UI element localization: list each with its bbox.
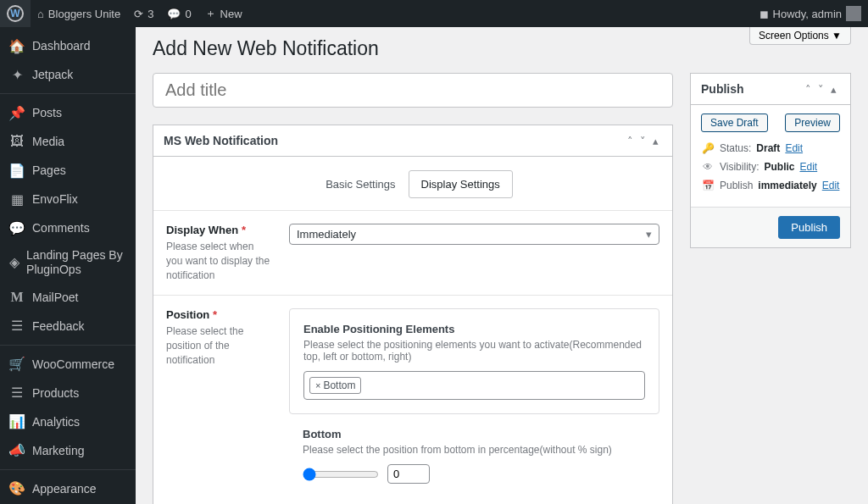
save-draft-button[interactable]: Save Draft (701, 114, 768, 132)
ms-web-notification-metabox: MS Web Notification ˄ ˅ ▴ Basic Settings… (153, 125, 673, 504)
sidebar-item-landing-pages[interactable]: ◈Landing Pages By PluginOps (0, 242, 136, 283)
home-icon: ⌂ (37, 8, 44, 20)
edit-schedule-link[interactable]: Edit (822, 180, 840, 191)
tab-display-settings[interactable]: Display Settings (409, 170, 513, 198)
screen-options-button[interactable]: Screen Options ▼ (749, 27, 851, 45)
avatar (846, 6, 861, 21)
admin-sidebar: 🏠Dashboard ✦Jetpack 📌Posts 🖼Media 📄Pages… (0, 27, 136, 504)
page-title: Add New Web Notification (153, 37, 851, 60)
settings-tabs: Basic Settings Display Settings (153, 170, 672, 198)
edit-status-link[interactable]: Edit (785, 142, 803, 154)
publish-up-icon[interactable]: ˄ (802, 83, 815, 96)
status-row: 🔑 Status: Draft Edit (701, 142, 840, 154)
media-icon: 🖼 (8, 133, 25, 150)
new-label: New (220, 8, 242, 20)
bottom-label: Bottom (303, 428, 646, 440)
sidebar-item-feedback[interactable]: ☰Feedback (0, 312, 136, 341)
post-title-input[interactable] (153, 73, 673, 108)
sidebar-item-envoflix[interactable]: ▦EnvoFlix (0, 185, 136, 213)
comments-link[interactable]: 💬 0 (160, 0, 198, 27)
tab-basic-settings[interactable]: Basic Settings (313, 170, 408, 198)
dashboard-icon: 🏠 (8, 37, 25, 54)
howdy-text: Howdy, admin (773, 8, 842, 20)
display-when-label: Display When (166, 224, 238, 236)
cart-icon: 🛒 (8, 356, 25, 373)
preview-button[interactable]: Preview (785, 114, 840, 132)
metabox-collapse-icon[interactable]: ▴ (649, 135, 662, 147)
updates-link[interactable]: ⟳ 3 (127, 0, 160, 27)
tag-remove-icon[interactable]: × (315, 380, 320, 390)
positioning-tag-bottom[interactable]: ×Bottom (309, 377, 361, 394)
screen-options-wrap: Screen Options ▼ (749, 27, 851, 45)
bottom-slider[interactable] (303, 468, 379, 481)
display-when-select[interactable]: Immediately (289, 224, 659, 245)
pin-icon: 📌 (8, 104, 25, 121)
site-name: Bloggers Unite (48, 8, 120, 20)
sidebar-item-comments[interactable]: 💬Comments (0, 213, 136, 242)
sidebar-item-dashboard[interactable]: 🏠Dashboard (0, 31, 136, 60)
plus-icon: ＋ (205, 6, 216, 21)
sidebar-item-marketing[interactable]: 📣Marketing (0, 436, 136, 465)
wp-logo-menu[interactable]: W (0, 0, 31, 27)
sidebar-item-pages[interactable]: 📄Pages (0, 156, 136, 185)
position-row: Position * Please select the position of… (153, 295, 672, 504)
chart-icon: 📊 (8, 413, 25, 430)
sidebar-item-analytics[interactable]: 📊Analytics (0, 407, 136, 436)
comment-icon: 💬 (167, 8, 181, 20)
updates-icon: ⟳ (134, 8, 143, 20)
schedule-row: 📅 Publish immediately Edit (701, 180, 840, 191)
grid-icon: ▦ (8, 191, 25, 208)
metabox-title: MS Web Notification (164, 134, 624, 147)
publish-collapse-icon[interactable]: ▴ (827, 83, 840, 96)
new-content-link[interactable]: ＋ New (198, 0, 249, 27)
comments-count: 0 (185, 8, 191, 20)
jetpack-icon: ✦ (8, 66, 25, 83)
sidebar-item-products[interactable]: ☰Products (0, 379, 136, 407)
edit-visibility-link[interactable]: Edit (799, 161, 817, 173)
main-content: Screen Options ▼ Add New Web Notificatio… (136, 27, 868, 504)
list-icon: ☰ (8, 385, 25, 402)
position-label: Position (166, 308, 209, 321)
enable-positioning-label: Enable Positioning Elements (303, 323, 645, 335)
key-icon: 🔑 (701, 142, 715, 154)
positioning-tag-input[interactable]: ×Bottom (303, 371, 645, 400)
visibility-row: 👁 Visibility: Public Edit (701, 161, 840, 173)
account-menu[interactable]: ◼ Howdy, admin (753, 0, 868, 27)
publish-down-icon[interactable]: ˅ (815, 83, 827, 96)
bottom-help: Please select the position from bottom i… (303, 444, 646, 456)
site-name-link[interactable]: ⌂ Bloggers Unite (31, 0, 127, 27)
brush-icon: 🎨 (8, 480, 25, 497)
notification-icon: ◼ (760, 8, 769, 20)
display-when-row: Display When * Please select when you wa… (153, 210, 672, 295)
sidebar-item-appearance[interactable]: 🎨Appearance (0, 474, 136, 503)
mailpoet-icon: M (8, 289, 25, 306)
publish-title: Publish (701, 82, 802, 96)
publish-metabox: Publish ˄ ˅ ▴ Save Draft Preview 🔑 Statu… (690, 73, 851, 248)
display-when-help: Please select when you want to display t… (166, 240, 272, 282)
sidebar-item-mailpoet[interactable]: MMailPoet (0, 283, 136, 312)
page-icon: 📄 (8, 162, 25, 179)
sidebar-item-jetpack[interactable]: ✦Jetpack (0, 60, 136, 89)
admin-toolbar: W ⌂ Bloggers Unite ⟳ 3 💬 0 ＋ New ◼ Howdy… (0, 0, 868, 27)
updates-count: 3 (147, 8, 153, 20)
list-icon: ☰ (8, 318, 25, 335)
eye-icon: 👁 (701, 161, 715, 173)
publish-button[interactable]: Publish (778, 216, 840, 239)
enable-positioning-help: Please select the positioning elements y… (303, 339, 645, 363)
metabox-down-icon[interactable]: ˅ (637, 135, 649, 147)
calendar-icon: 📅 (701, 180, 715, 191)
bottom-value-input[interactable] (387, 464, 430, 484)
metabox-up-icon[interactable]: ˄ (624, 135, 637, 147)
sidebar-item-posts[interactable]: 📌Posts (0, 98, 136, 127)
sidebar-item-media[interactable]: 🖼Media (0, 127, 136, 156)
megaphone-icon: 📣 (8, 442, 25, 459)
diamond-icon: ◈ (8, 254, 19, 271)
comment-icon: 💬 (8, 219, 25, 236)
position-help: Please select the position of the notifi… (166, 324, 272, 367)
positioning-elements-section: Enable Positioning Elements Please selec… (289, 308, 659, 414)
sidebar-item-woocommerce[interactable]: 🛒WooCommerce (0, 350, 136, 379)
wordpress-icon: W (7, 5, 24, 22)
bottom-section: Bottom Please select the position from b… (289, 428, 659, 497)
